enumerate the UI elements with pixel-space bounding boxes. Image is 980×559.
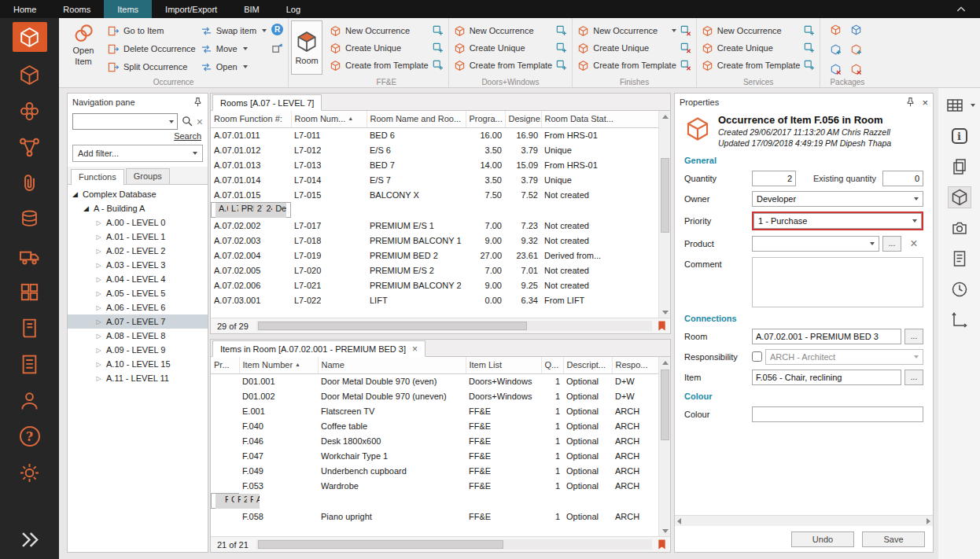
room-row[interactable]: A.07.02.002 L7-017 PREMIUM E/S 1 7.00 7.… bbox=[211, 218, 658, 233]
history-icon[interactable] bbox=[948, 278, 971, 300]
room-row[interactable]: A.07.03.001 L7-022 LIFT 0.00 6.34 From L… bbox=[211, 292, 658, 307]
items-module-icon[interactable] bbox=[13, 22, 47, 52]
item-row[interactable]: F.058 Piano upright FF&E 1 Optional ARCH bbox=[211, 509, 658, 524]
view-selector-icon[interactable] bbox=[943, 94, 967, 116]
reports-module-icon[interactable] bbox=[14, 351, 46, 377]
tree-node[interactable]: ▷ A.08 - LEVEL 8 bbox=[68, 329, 208, 343]
room-button[interactable]: Room bbox=[291, 20, 322, 75]
user-module-icon[interactable] bbox=[14, 387, 46, 414]
properties-horizontal-scrollbar[interactable] bbox=[675, 515, 933, 526]
room-field[interactable] bbox=[752, 329, 901, 344]
ribbon-command[interactable]: Create Unique bbox=[454, 42, 568, 54]
tree-node[interactable]: ▷ A.01 - LEVEL 1 bbox=[68, 230, 208, 244]
scroll-left-icon[interactable] bbox=[677, 518, 681, 524]
undo-button[interactable]: Undo bbox=[791, 531, 854, 547]
column-header[interactable]: Name bbox=[318, 357, 466, 373]
tree-node[interactable]: ◢ Complex Database bbox=[68, 187, 208, 201]
occurrence-menu-button[interactable]: Open bbox=[201, 61, 267, 73]
room-row[interactable]: A.07.02.006 L7-021 PREMIUM BALCONY 2 9.0… bbox=[211, 278, 658, 292]
tree-expander-icon[interactable]: ▷ bbox=[94, 333, 103, 340]
ribbon-command-action-icon[interactable] bbox=[433, 42, 444, 53]
tree-expander-icon[interactable]: ▷ bbox=[94, 318, 103, 325]
tree-node[interactable]: ▷ A.07 - LEVEL 7 bbox=[68, 314, 208, 329]
panel-flag-icon[interactable] bbox=[657, 539, 667, 550]
revit-badge-icon[interactable]: R bbox=[271, 24, 283, 35]
ribbon-command-action-icon[interactable] bbox=[433, 25, 444, 36]
ribbon-command[interactable]: Create Unique bbox=[330, 42, 444, 54]
menu-tab[interactable]: Log bbox=[273, 0, 314, 18]
package-action-icon[interactable] bbox=[830, 43, 842, 55]
ribbon-command[interactable]: Create from Template bbox=[577, 59, 691, 72]
search-input[interactable] bbox=[76, 117, 168, 127]
items-horizontal-scrollbar[interactable] bbox=[256, 539, 652, 550]
column-header[interactable]: Respo... bbox=[612, 357, 658, 373]
rooms-module-icon[interactable] bbox=[14, 278, 46, 305]
room-browse-button[interactable]: ... bbox=[904, 329, 923, 344]
ribbon-command-action-icon[interactable] bbox=[680, 60, 691, 71]
model-3d-icon[interactable] bbox=[948, 186, 971, 208]
ribbon-command[interactable]: New Occurrence bbox=[577, 24, 691, 37]
tree-expander-icon[interactable]: ◢ bbox=[82, 204, 90, 212]
scroll-down-icon[interactable] bbox=[659, 525, 670, 536]
item-row[interactable]: D01.001 Door Metal Double 970 (even) Doo… bbox=[211, 373, 658, 388]
colour-field[interactable] bbox=[752, 406, 923, 422]
tree-node[interactable]: ▷ A.11 - LEVEL 11 bbox=[68, 371, 208, 385]
tree-expander-icon[interactable]: ▷ bbox=[94, 219, 103, 226]
column-header[interactable]: Progra... bbox=[466, 111, 505, 127]
camera-icon[interactable] bbox=[948, 217, 971, 239]
occurrence-menu-button[interactable]: Swap item bbox=[201, 24, 267, 37]
item-row[interactable]: F.049 Underbench cupboard FF&E 1 Optiona… bbox=[211, 463, 658, 478]
package-action-icon[interactable] bbox=[850, 43, 862, 55]
package-action-icon[interactable] bbox=[830, 63, 842, 75]
logistics-module-icon[interactable] bbox=[14, 242, 46, 269]
ribbon-command-action-icon[interactable] bbox=[556, 25, 567, 36]
tree-expander-icon[interactable]: ▷ bbox=[94, 262, 103, 269]
ribbon-command[interactable]: Create from Template bbox=[330, 59, 444, 72]
package-action-icon[interactable] bbox=[850, 24, 862, 35]
product-select[interactable] bbox=[752, 236, 879, 252]
product-browse-button[interactable]: ... bbox=[882, 236, 901, 252]
item-row[interactable]: F.056 Chair, reclining FF&E 2 Purchase A… bbox=[211, 493, 239, 509]
responsibility-select[interactable]: ARCH - Architect bbox=[765, 349, 923, 365]
column-header[interactable]: Item List bbox=[466, 357, 541, 373]
comment-field[interactable] bbox=[752, 257, 923, 307]
tree-expander-icon[interactable]: ▷ bbox=[94, 276, 103, 283]
room-row[interactable]: A.07.01.014 L7-014 E/S 7 3.50 3.79 Uniqu… bbox=[211, 172, 658, 187]
tree-node[interactable]: ▷ A.10 - LEVEL 15 bbox=[68, 357, 208, 371]
documents-icon[interactable] bbox=[948, 156, 971, 178]
tab-groups[interactable]: Groups bbox=[126, 168, 170, 184]
scrollbar-thumb[interactable] bbox=[258, 540, 503, 549]
priority-select[interactable]: 1 - Purchase bbox=[753, 213, 922, 229]
column-header[interactable]: Descript... bbox=[563, 357, 612, 373]
ribbon-command[interactable]: Create from Template bbox=[454, 59, 568, 72]
search-link[interactable]: Search bbox=[174, 131, 201, 141]
package-action-icon[interactable] bbox=[830, 24, 842, 35]
menu-tab[interactable]: Home bbox=[0, 0, 50, 18]
occurrence-menu-button[interactable]: Move bbox=[201, 42, 267, 55]
item-browse-button[interactable]: ... bbox=[904, 370, 923, 385]
tree-node[interactable]: ▷ A.03 - LEVEL 3 bbox=[68, 258, 208, 272]
scrollbar-thumb[interactable] bbox=[661, 158, 669, 233]
ribbon-command-action-icon[interactable] bbox=[680, 25, 691, 36]
settings-icon[interactable] bbox=[14, 459, 46, 486]
tree-node[interactable]: ◢ A - Building A bbox=[68, 201, 208, 215]
scroll-down-icon[interactable] bbox=[659, 307, 670, 318]
search-icon[interactable] bbox=[181, 115, 193, 129]
tree-expander-icon[interactable]: ▷ bbox=[94, 304, 103, 311]
items-vertical-scrollbar[interactable] bbox=[658, 357, 670, 536]
menu-tab[interactable]: Import/Export bbox=[152, 0, 230, 18]
ribbon-command[interactable]: Create Unique bbox=[577, 42, 691, 54]
occurrence-action-button[interactable]: Delete Occurrence bbox=[108, 42, 196, 55]
tree-node[interactable]: ▷ A.02 - LEVEL 2 bbox=[68, 244, 208, 258]
rooms-tab[interactable]: Rooms [A.07 - LEVEL 7] bbox=[212, 94, 322, 111]
ribbon-command-action-icon[interactable] bbox=[804, 60, 815, 71]
room-row[interactable]: A.07.02.001 L7-016 PREMIUM BED 3 27.00 2… bbox=[211, 202, 291, 218]
expand-sidebar-icon[interactable] bbox=[14, 526, 46, 553]
room-row[interactable]: A.07.02.005 L7-020 PREMIUM E/S 2 7.00 7.… bbox=[211, 263, 658, 278]
tree-expander-icon[interactable]: ▷ bbox=[94, 290, 103, 297]
tree-expander-icon[interactable]: ▷ bbox=[94, 234, 103, 241]
ribbon-command[interactable]: Create Unique bbox=[702, 42, 816, 54]
panel-flag-icon[interactable] bbox=[657, 320, 667, 332]
products-module-icon[interactable] bbox=[14, 61, 46, 88]
room-row[interactable]: A.07.02.003 L7-018 PREMIUM BALCONY 1 9.0… bbox=[211, 233, 658, 248]
